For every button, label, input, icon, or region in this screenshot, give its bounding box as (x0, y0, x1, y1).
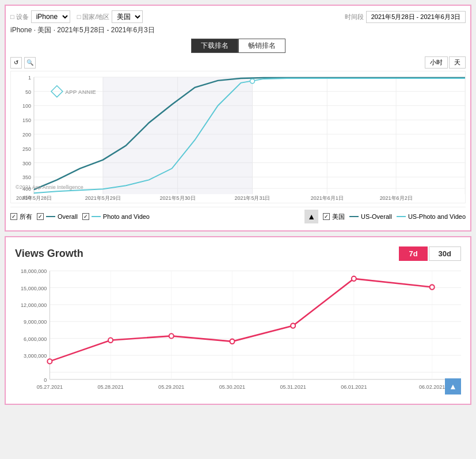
svg-text:15,000,000: 15,000,000 (21, 286, 47, 291)
legend-color-photo (92, 216, 101, 217)
bottom-panel: Views Growth 7d 30d 18,000,000 15,000,00… (5, 236, 471, 405)
legend-row: ✓ 所有 ✓ Overall ✓ Photo and Video ▲ ✓ 美国 … (10, 207, 466, 226)
svg-text:6,000,000: 6,000,000 (24, 336, 47, 342)
svg-text:50: 50 (25, 89, 31, 95)
svg-text:0: 0 (44, 377, 47, 383)
svg-point-63 (352, 276, 356, 281)
legend-label-us-photo: US-Photo and Video (408, 213, 466, 220)
svg-text:350: 350 (22, 175, 31, 180)
period-7d-button[interactable]: 7d (399, 246, 427, 261)
bottom-chart-svg: 18,000,000 15,000,000 12,000,000 9,000,0… (15, 268, 461, 394)
day-toggle[interactable]: 天 (449, 56, 466, 69)
scroll-up-icon: ▲ (449, 382, 457, 391)
time-toggle: 小时 天 (425, 56, 466, 69)
legend-us: ✓ 美国 (323, 213, 345, 221)
device-label: 设备 (10, 13, 29, 21)
svg-text:2021年5月28日: 2021年5月28日 (16, 195, 52, 201)
watermark: ©2021 App Annie Intelligence (16, 184, 83, 190)
tab-download[interactable]: 下载排名 (191, 39, 238, 53)
svg-text:2021年6月1日: 2021年6月1日 (311, 195, 344, 201)
country-group: 国家/地区 美国 (77, 10, 143, 23)
time-range: 时间段 2021年5月28日 - 2021年6月3日 (345, 11, 466, 23)
country-select[interactable]: 美国 (112, 10, 143, 23)
controls-row: 设备 iPhone 国家/地区 美国 时间段 2021年5月28日 - 2021… (10, 10, 466, 23)
hour-toggle[interactable]: 小时 (425, 56, 448, 69)
legend-label-us-overall: US-Overall (361, 213, 392, 220)
country-label: 国家/地区 (77, 13, 110, 21)
scroll-up-button[interactable]: ▲ (445, 378, 461, 394)
svg-text:2021年5月31日: 2021年5月31日 (234, 195, 270, 201)
tab-revenue[interactable]: 畅销排名 (238, 39, 285, 53)
legend-check-overall[interactable]: ✓ (37, 213, 44, 220)
legend-photo: ✓ Photo and Video (82, 213, 150, 220)
legend-color-us-overall (349, 216, 359, 217)
legend-label-overall: Overall (58, 213, 78, 220)
svg-point-64 (430, 284, 435, 289)
svg-text:18,000,000: 18,000,000 (21, 268, 47, 274)
legend-us-overall: US-Overall (349, 213, 392, 220)
legend-check-photo[interactable]: ✓ (82, 213, 89, 220)
svg-point-62 (291, 323, 295, 328)
zoom-icon: 🔍 (26, 59, 33, 66)
svg-text:1: 1 (28, 75, 31, 81)
period-30d-button[interactable]: 30d (429, 246, 461, 261)
top-chart-svg: 1 50 100 150 200 250 300 350 400 450 AP (11, 71, 465, 203)
views-title: Views Growth (15, 248, 83, 260)
svg-point-29 (250, 79, 254, 84)
period-toggle: 7d 30d (399, 246, 461, 261)
legend-color-overall (46, 216, 55, 217)
tab-row: 下载排名 畅销排名 (10, 39, 466, 53)
chart-controls: ↺ 🔍 小时 天 (10, 56, 466, 69)
svg-text:06.02.2021: 06.02.2021 (419, 384, 445, 389)
bottom-chart-area: 18,000,000 15,000,000 12,000,000 9,000,0… (15, 268, 461, 394)
svg-text:05.27.2021: 05.27.2021 (37, 384, 63, 389)
svg-text:2021年6月2日: 2021年6月2日 (380, 195, 413, 201)
bottom-header: Views Growth 7d 30d (15, 246, 461, 261)
undo-button[interactable]: ↺ (10, 57, 22, 69)
svg-point-58 (47, 359, 52, 363)
legend-us-photo: US-Photo and Video (397, 213, 466, 220)
svg-text:05.29.2021: 05.29.2021 (158, 384, 184, 389)
zoom-button[interactable]: 🔍 (24, 57, 36, 69)
svg-text:2021年5月29日: 2021年5月29日 (85, 195, 121, 201)
svg-text:12,000,000: 12,000,000 (21, 302, 47, 308)
chart-tools: ↺ 🔍 (10, 57, 36, 69)
controls-left: 设备 iPhone 国家/地区 美国 (10, 10, 143, 23)
svg-point-61 (230, 339, 234, 344)
legend-label-us: 美国 (332, 213, 345, 221)
svg-text:100: 100 (22, 103, 31, 109)
svg-point-60 (169, 333, 174, 338)
svg-text:05.31.2021: 05.31.2021 (280, 384, 306, 389)
legend-collapse-button[interactable]: ▲ (304, 210, 318, 223)
top-panel: 设备 iPhone 国家/地区 美国 时间段 2021年5月28日 - 2021… (5, 5, 471, 232)
legend-all: ✓ 所有 (10, 213, 32, 221)
svg-text:05.28.2021: 05.28.2021 (97, 384, 123, 389)
legend-overall: ✓ Overall (37, 213, 78, 220)
legend-color-us-photo (397, 216, 406, 217)
svg-text:150: 150 (22, 117, 31, 123)
svg-text:250: 250 (22, 146, 31, 152)
time-label: 时间段 (345, 13, 364, 21)
time-value[interactable]: 2021年5月28日 - 2021年6月3日 (366, 11, 466, 23)
chart-subtitle: iPhone · 美国 · 2021年5月28日 - 2021年6月3日 (10, 25, 466, 35)
legend-label-photo: Photo and Video (103, 213, 150, 220)
legend-check-us[interactable]: ✓ (323, 213, 330, 220)
svg-text:2021年5月30日: 2021年5月30日 (160, 195, 196, 201)
svg-rect-26 (103, 77, 253, 194)
legend-label-all: 所有 (20, 213, 32, 221)
svg-text:05.30.2021: 05.30.2021 (219, 384, 245, 389)
svg-text:3,000,000: 3,000,000 (24, 353, 47, 359)
device-select[interactable]: iPhone (31, 10, 70, 23)
svg-text:300: 300 (22, 161, 31, 166)
svg-text:9,000,000: 9,000,000 (24, 319, 47, 325)
svg-text:06.01.2021: 06.01.2021 (341, 384, 367, 389)
svg-text:200: 200 (22, 132, 31, 138)
svg-point-59 (108, 338, 113, 343)
legend-check-all[interactable]: ✓ (10, 213, 17, 220)
device-group: 设备 iPhone (10, 10, 70, 23)
top-chart-area: 1 50 100 150 200 250 300 350 400 450 AP (10, 71, 466, 203)
svg-text:APP ANNIE: APP ANNIE (65, 89, 96, 95)
